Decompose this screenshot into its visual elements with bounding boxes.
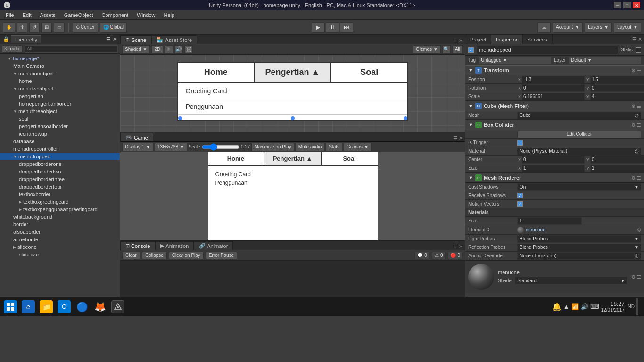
size-y-input[interactable] <box>590 165 644 172</box>
scene-view[interactable]: Home Pengertian ▲ Soal Greeting Card Pen… <box>120 55 465 132</box>
mesh-renderer-settings-icon[interactable]: ⚙ <box>631 175 636 181</box>
scene-handle-center[interactable] <box>291 116 295 120</box>
explorer-button[interactable]: 📁 <box>38 298 55 315</box>
hierarchy-item-alsoaborder[interactable]: alsoaborder <box>0 228 120 236</box>
minimize-button[interactable]: ─ <box>614 2 621 8</box>
resolution-dropdown[interactable]: 644x362 ▼ <box>155 143 187 151</box>
static-checkbox[interactable] <box>636 47 641 53</box>
volume-icon[interactable]: 🔊 <box>581 303 588 310</box>
rotation-y-input[interactable] <box>590 84 644 92</box>
animation-tab[interactable]: ▶ Animation <box>155 241 194 250</box>
network-icon[interactable]: 📶 <box>571 303 579 310</box>
inspector-menu-icon[interactable]: ☰ <box>632 36 637 42</box>
hierarchy-item-menuthreeobject[interactable]: ▼ menuthreeobject <box>0 107 120 115</box>
hierarchy-close-icon[interactable]: ✕ <box>113 36 117 42</box>
menu-gameobject[interactable]: GameObject <box>60 11 97 19</box>
game-menu-icon[interactable]: ☰ <box>453 135 458 141</box>
hierarchy-item-droppedbordertwo[interactable]: droppedbordertwo <box>0 168 120 175</box>
console-close-icon[interactable]: ✕ <box>459 244 463 250</box>
hierarchy-item-droppedborderone[interactable]: droppedborderone <box>0 160 120 168</box>
transform-settings-icon[interactable]: ⚙ <box>631 68 636 73</box>
scene-menu-icon[interactable]: ☰ <box>453 38 458 44</box>
show-desktop-button[interactable] <box>636 298 638 315</box>
rotation-x-input[interactable] <box>522 84 585 92</box>
material-settings-icon[interactable]: ⚙ <box>631 274 636 280</box>
error-pause-button[interactable]: Error Pause <box>206 252 237 259</box>
ie-button[interactable]: e <box>20 298 37 315</box>
scene-audio-icon[interactable]: 🔊 <box>174 45 183 54</box>
scale-y-input[interactable] <box>590 93 644 100</box>
tag-dropdown[interactable]: Untagged ▼ <box>479 57 551 64</box>
mesh-filter-options-icon[interactable]: ☰ <box>637 104 641 109</box>
mesh-dropdown[interactable]: Cube ◎ <box>517 112 641 119</box>
box-collider-options-icon[interactable]: ☰ <box>637 123 641 128</box>
inspector-close-icon[interactable]: ✕ <box>638 36 642 42</box>
layers-dropdown[interactable]: Layers ▼ <box>585 22 612 33</box>
hierarchy-item-pengertian[interactable]: pengertian <box>0 92 120 100</box>
hierarchy-item-whitebackground[interactable]: whitebackground <box>0 213 120 221</box>
hierarchy-item-database[interactable]: database <box>0 138 120 145</box>
center-x-input[interactable] <box>522 156 585 164</box>
cloud-button[interactable]: ☁ <box>537 22 551 33</box>
project-tab[interactable]: Project <box>465 35 491 44</box>
collapse-button[interactable]: Collapse <box>142 252 167 259</box>
start-button[interactable] <box>2 298 19 315</box>
clear-on-play-button[interactable]: Clear on Play <box>169 252 204 259</box>
global-button[interactable]: 🌐 Global <box>100 22 127 33</box>
is-trigger-checkbox[interactable] <box>517 140 523 146</box>
menu-edit[interactable]: Edit <box>19 11 35 19</box>
hierarchy-item-slidesize[interactable]: slidesize <box>0 251 120 258</box>
hierarchy-item-main-camera[interactable]: Main Camera <box>0 62 120 70</box>
scene-light-icon[interactable]: ☀ <box>165 45 173 54</box>
hierarchy-item-homepage[interactable]: ▼ homepage* <box>0 55 120 62</box>
cast-shadows-dropdown[interactable]: On ▼ <box>517 183 641 191</box>
firefox-button[interactable]: 🦊 <box>91 298 108 315</box>
scene-handle-right[interactable] <box>404 116 407 120</box>
center-button[interactable]: ⊙ Center <box>73 22 98 33</box>
hierarchy-item-textboxpenggunaangreetingcard[interactable]: ▶ textboxpenggunaangreetingcard <box>0 206 120 213</box>
scene-close-icon[interactable]: ✕ <box>459 38 463 44</box>
mesh-renderer-header[interactable]: ▼ R Mesh Renderer ⚙ ☰ <box>465 173 644 183</box>
stats-btn[interactable]: Stats <box>326 143 342 151</box>
object-enabled-checkbox[interactable]: ✓ <box>468 47 474 53</box>
position-x-input[interactable] <box>522 76 585 83</box>
play-button[interactable]: ▶ <box>312 22 325 33</box>
create-button[interactable]: Create <box>2 45 23 53</box>
console-tab[interactable]: ⊡ Console <box>120 241 155 250</box>
motion-vectors-checkbox[interactable]: ✓ <box>517 201 523 207</box>
layer-dropdown[interactable]: Default ▼ <box>569 57 641 64</box>
mesh-filter-header[interactable]: ▼ M Cube (Mesh Filter) ⚙ ☰ <box>465 101 644 111</box>
materials-size-input[interactable] <box>517 217 582 225</box>
game-view[interactable]: Home Pengertian ▲ Soal Greeting Card Pen… <box>120 152 465 240</box>
hierarchy-search-input[interactable] <box>25 45 118 53</box>
scene-image-icon[interactable]: 🖼 <box>184 45 193 54</box>
game-close-icon[interactable]: ✕ <box>459 135 463 141</box>
hierarchy-item-menutwoobject[interactable]: ▼ menutwoobject <box>0 85 120 92</box>
scene-handle-left[interactable] <box>178 116 182 120</box>
mesh-renderer-options-icon[interactable]: ☰ <box>637 175 641 181</box>
maximize-on-play-btn[interactable]: Maximize on Play <box>251 143 294 151</box>
receive-shadows-checkbox[interactable]: ✓ <box>517 193 523 198</box>
hierarchy-item-menuoneobject[interactable]: ▼ menuoneobject <box>0 70 120 77</box>
hierarchy-item-textboxborder[interactable]: textboxborder <box>0 190 120 198</box>
all-dropdown[interactable]: All <box>452 45 463 54</box>
step-button[interactable]: ⏭ <box>340 22 353 33</box>
game-gizmos-dropdown[interactable]: Gizmos ▼ <box>344 143 372 151</box>
view-mode-dropdown[interactable]: 2D <box>151 45 163 54</box>
scene-tab[interactable]: ⊙ Scene <box>120 35 151 44</box>
menu-assets[interactable]: Assets <box>36 11 59 19</box>
hierarchy-item-menudropped[interactable]: ▼ menudropped <box>0 153 120 160</box>
rotate-tool-button[interactable]: ↺ <box>29 22 40 33</box>
object-name-input[interactable] <box>477 46 618 54</box>
scene-search-icon[interactable]: 🔍 <box>442 45 451 54</box>
shading-dropdown[interactable]: Shaded ▼ <box>122 45 150 54</box>
hierarchy-menu-icon[interactable]: ☰ <box>106 36 111 42</box>
hand-tool-button[interactable]: ✋ <box>3 22 15 33</box>
inspector-tab[interactable]: Inspector <box>491 35 522 44</box>
lang-indicator[interactable]: IND <box>627 304 635 309</box>
position-y-input[interactable] <box>590 76 644 83</box>
mute-audio-btn[interactable]: Mute audio <box>296 143 324 151</box>
hierarchy-item-textboxgreetingcard[interactable]: ▶ textboxgreetingcard <box>0 198 120 206</box>
hierarchy-item-pengertiansoalborder[interactable]: pengertiansoalborder <box>0 123 120 130</box>
collider-material-dropdown[interactable]: None (Physic Material) ◎ <box>517 148 641 155</box>
